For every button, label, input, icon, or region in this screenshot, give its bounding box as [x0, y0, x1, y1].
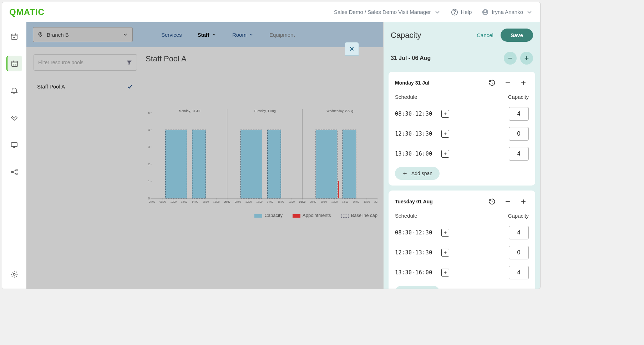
schedule-icon — [11, 60, 19, 67]
collapse-all-button[interactable] — [504, 52, 517, 65]
add-span-button[interactable]: Add span — [395, 167, 440, 180]
capacity-input[interactable] — [509, 147, 529, 161]
chart-svg: 012345Monday, 31 Jul06:0008:0010:0012:00… — [146, 109, 377, 209]
add-span-label: Add span — [411, 171, 432, 176]
capacity-input[interactable] — [509, 107, 529, 121]
nav-hand[interactable] — [6, 110, 22, 126]
svg-rect-65 — [240, 130, 262, 198]
display-icon — [10, 141, 18, 149]
cancel-button[interactable]: Cancel — [477, 32, 493, 38]
save-button[interactable]: Save — [501, 29, 533, 42]
history-icon — [488, 79, 496, 86]
plus-icon — [443, 250, 447, 255]
user-menu[interactable]: Iryna Ananko — [482, 9, 533, 16]
svg-point-11 — [40, 34, 41, 35]
legend-baseline: Baseline cap — [351, 213, 377, 218]
gear-icon — [10, 270, 18, 278]
nav-display[interactable] — [6, 137, 22, 153]
span-expand-button[interactable] — [441, 269, 449, 276]
svg-text:12:00: 12:00 — [331, 201, 338, 203]
capacity-input[interactable] — [509, 226, 529, 239]
help-button[interactable]: Help — [451, 9, 472, 16]
svg-text:16:00: 16:00 — [278, 201, 284, 203]
span-row: 08:30-12:30 — [395, 226, 529, 239]
plus-icon — [443, 230, 447, 235]
svg-rect-87 — [316, 130, 337, 198]
nav-bell[interactable] — [6, 83, 22, 98]
nav-calendar-check[interactable] — [6, 29, 22, 44]
svg-text:14:00: 14:00 — [342, 201, 349, 203]
context-selector[interactable]: Sales Demo / Sales Demo Visit Manager — [334, 9, 441, 16]
day-head: Tuesday 01 Aug — [395, 196, 529, 207]
capacity-col-label: Capacity — [508, 213, 529, 219]
branch-selector[interactable]: Branch B — [33, 27, 133, 42]
branch-label: Branch B — [47, 32, 69, 38]
svg-rect-6 — [11, 143, 17, 147]
span-expand-button[interactable] — [441, 150, 449, 158]
pool-sidebar: Filter resource pools Staff Pool A — [34, 54, 137, 281]
add-day-button[interactable] — [518, 77, 529, 88]
svg-point-1 — [454, 13, 455, 14]
filter-input[interactable]: Filter resource pools — [34, 54, 137, 71]
close-icon — [349, 46, 355, 52]
reset-day-button[interactable] — [487, 77, 497, 88]
minus-icon — [507, 55, 513, 61]
nav-network[interactable] — [6, 164, 22, 180]
capacity-input[interactable] — [509, 246, 529, 259]
remove-day-button[interactable] — [502, 196, 513, 207]
reset-day-button[interactable] — [487, 196, 497, 207]
close-panel-tab[interactable] — [345, 42, 359, 56]
location-icon — [37, 32, 43, 37]
span-row: 13:30-16:00 — [395, 266, 529, 279]
span-row: 12:30-13:30 — [395, 246, 529, 259]
plus-icon — [520, 198, 527, 205]
span-row: 12:30-13:30 — [395, 127, 529, 141]
svg-text:12:00: 12:00 — [256, 201, 263, 203]
day-card: Tuesday 01 Aug Schedule Capacity 08:30-1… — [389, 191, 535, 289]
capacity-input[interactable] — [509, 266, 529, 279]
pool-item[interactable]: Staff Pool A — [34, 78, 137, 95]
tab-room-label: Room — [232, 32, 247, 38]
expand-all-button[interactable] — [520, 52, 533, 65]
span-time: 12:30-13:30 — [395, 131, 441, 137]
span-row: 08:30-12:30 — [395, 107, 529, 121]
nav-settings[interactable] — [6, 267, 22, 282]
panel-title: Capacity — [391, 31, 421, 40]
chevron-down-icon — [249, 32, 254, 37]
svg-text:Monday, 31 Jul: Monday, 31 Jul — [179, 109, 200, 113]
span-expand-button[interactable] — [441, 249, 449, 257]
chevron-down-icon — [122, 32, 128, 37]
span-time: 13:30-16:00 — [395, 269, 441, 276]
span-expand-button[interactable] — [441, 110, 449, 118]
filter-icon — [126, 59, 132, 66]
span-time: 12:30-13:30 — [395, 249, 441, 256]
svg-text:10:00: 10:00 — [170, 201, 177, 203]
capacity-input[interactable] — [509, 127, 529, 141]
legend-capacity: Capacity — [264, 213, 283, 218]
nav-schedule[interactable] — [6, 56, 22, 71]
calendar-check-icon — [10, 32, 18, 40]
history-icon — [488, 198, 496, 205]
resource-tabs: Services Staff Room Equipment — [161, 32, 295, 38]
day-card: Monday 31 Jul Schedule Capacity 08:30-12… — [389, 72, 535, 186]
tab-staff[interactable]: Staff — [198, 32, 217, 38]
svg-rect-88 — [343, 130, 356, 198]
span-row: 13:30-16:00 — [395, 147, 529, 161]
span-expand-button[interactable] — [441, 130, 449, 138]
add-span-button[interactable]: Add span — [395, 286, 440, 289]
legend-appointments: Appointments — [303, 213, 331, 218]
span-expand-button[interactable] — [441, 229, 449, 237]
tab-room[interactable]: Room — [232, 32, 254, 38]
add-day-button[interactable] — [518, 196, 529, 207]
context-label: Sales Demo / Sales Demo Visit Manager — [334, 9, 431, 15]
svg-text:1: 1 — [148, 179, 150, 183]
svg-point-3 — [485, 10, 486, 12]
chevron-down-icon — [434, 9, 441, 16]
tab-staff-label: Staff — [198, 32, 209, 38]
capacity-col-label: Capacity — [508, 94, 529, 100]
remove-day-button[interactable] — [502, 77, 513, 88]
app-window: QMATIC Sales Demo / Sales Demo Visit Man… — [2, 2, 541, 289]
tab-equipment[interactable]: Equipment — [269, 32, 295, 38]
span-time: 08:30-12:30 — [395, 111, 441, 117]
tab-services[interactable]: Services — [161, 32, 182, 38]
